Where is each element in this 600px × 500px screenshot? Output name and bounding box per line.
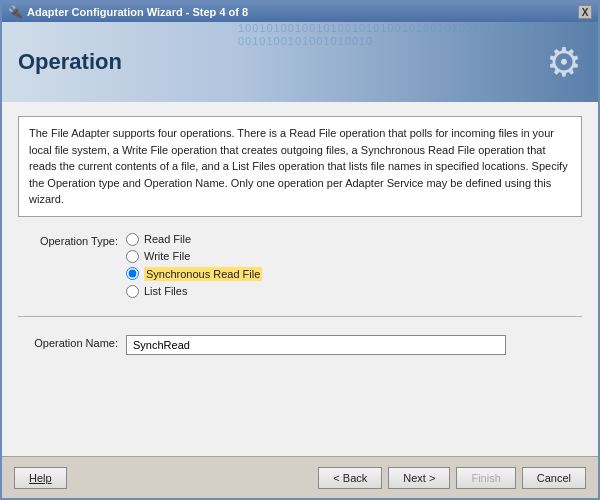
radio-write-file-input[interactable] [126,250,139,263]
page-title: Operation [18,49,122,75]
cancel-button[interactable]: Cancel [522,467,586,489]
radio-sync-read-input[interactable] [126,267,139,280]
header-gear-icon: ⚙ [546,39,582,85]
title-bar-icon: 🔌 [8,5,23,19]
operation-type-row: Operation Type: Read File Write File Syn… [18,233,582,298]
radio-list-files-input[interactable] [126,285,139,298]
main-content: The File Adapter supports four operation… [2,102,598,456]
help-button[interactable]: Help [14,467,67,489]
radio-write-file-label: Write File [144,250,190,262]
back-button[interactable]: < Back [318,467,382,489]
form-separator [18,316,582,317]
radio-read-file-input[interactable] [126,233,139,246]
radio-group: Read File Write File Synchronous Read Fi… [126,233,262,298]
operation-type-label: Operation Type: [18,233,118,247]
form-section: Operation Type: Read File Write File Syn… [18,233,582,355]
wizard-header: Operation 100101001001010010101001010010… [2,22,598,102]
close-button[interactable]: X [578,5,592,19]
next-button[interactable]: Next > [388,467,450,489]
finish-button[interactable]: Finish [456,467,515,489]
operation-name-label: Operation Name: [18,335,118,349]
title-bar-text: Adapter Configuration Wizard - Step 4 of… [27,6,248,18]
wizard-window: 🔌 Adapter Configuration Wizard - Step 4 … [0,0,600,500]
description-text: The File Adapter supports four operation… [18,116,582,217]
radio-sync-read-label: Synchronous Read File [144,267,262,281]
radio-read-file-label: Read File [144,233,191,245]
title-bar: 🔌 Adapter Configuration Wizard - Step 4 … [2,2,598,22]
operation-name-input[interactable] [126,335,506,355]
button-bar: Help < Back Next > Finish Cancel [2,456,598,498]
radio-read-file[interactable]: Read File [126,233,262,246]
operation-name-row: Operation Name: [18,335,582,355]
radio-list-files[interactable]: List Files [126,285,262,298]
radio-write-file[interactable]: Write File [126,250,262,263]
radio-sync-read[interactable]: Synchronous Read File [126,267,262,281]
radio-list-files-label: List Files [144,285,187,297]
header-bg-pattern: 1001010010010100101010010100101001010010… [238,22,538,48]
